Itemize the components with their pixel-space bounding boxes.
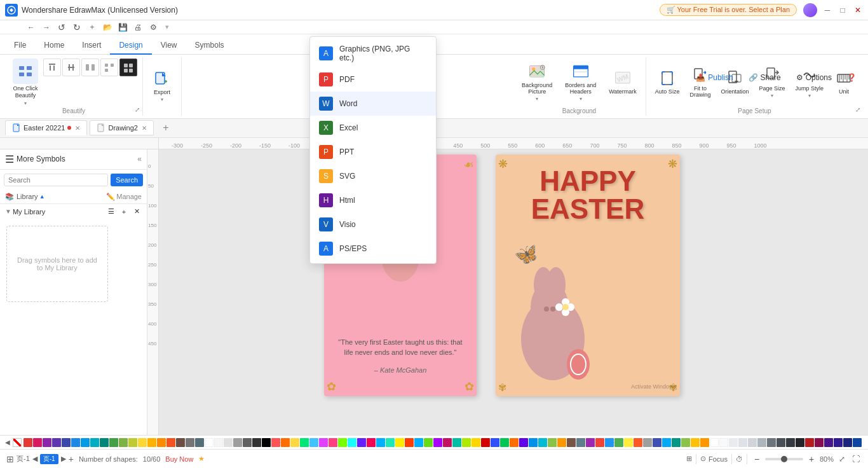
maximize-button[interactable]: □ — [837, 5, 848, 15]
color-swatch[interactable] — [624, 438, 633, 447]
manage-button[interactable]: ✏️ Manage — [106, 193, 142, 201]
align-top-button[interactable] — [43, 59, 61, 76]
color-swatch[interactable] — [290, 438, 299, 447]
color-swatch[interactable] — [338, 438, 347, 447]
color-swatch[interactable] — [195, 438, 204, 447]
auto-layout-button[interactable] — [100, 59, 118, 76]
publish-button[interactable]: 📤 Publish — [689, 71, 739, 84]
sidebar-collapse-button[interactable]: « — [137, 155, 142, 163]
new-button[interactable]: ＋ — [86, 22, 98, 33]
color-swatch[interactable] — [767, 438, 776, 447]
color-swatch[interactable] — [90, 438, 99, 447]
color-swatch[interactable] — [443, 438, 452, 447]
color-swatch[interactable] — [510, 438, 519, 447]
focus-button[interactable]: ⊙ Focus — [700, 455, 728, 463]
color-swatch[interactable] — [653, 438, 661, 447]
color-swatch[interactable] — [52, 438, 61, 447]
color-swatch[interactable] — [271, 438, 280, 447]
color-swatch[interactable] — [33, 438, 42, 447]
layers-button[interactable]: ⊞ — [686, 455, 692, 463]
share-button[interactable]: 🔗 Share — [742, 71, 787, 84]
color-swatch[interactable] — [462, 438, 471, 447]
one-click-beautify-button[interactable]: One ClickBeautify ▾ — [10, 57, 41, 107]
options-button[interactable]: ⚙ Options — [790, 71, 838, 84]
color-swatch[interactable] — [614, 438, 623, 447]
color-swatch[interactable] — [719, 438, 728, 447]
page-layout-icon[interactable]: ⊞ — [6, 454, 14, 464]
color-swatch[interactable] — [395, 438, 404, 447]
color-swatch[interactable] — [681, 438, 690, 447]
color-swatch[interactable] — [281, 438, 290, 447]
color-swatch[interactable] — [157, 438, 166, 447]
fullscreen-button[interactable]: ⛶ — [850, 453, 862, 465]
search-input[interactable] — [4, 174, 108, 186]
color-swatch[interactable] — [109, 438, 118, 447]
auto-size-button[interactable]: Auto Size — [651, 67, 684, 97]
color-swatch[interactable] — [538, 438, 547, 447]
color-swatch[interactable] — [252, 438, 261, 447]
settings-quick-button[interactable]: ⚙ — [147, 22, 159, 33]
borders-headers-button[interactable]: Borders andHeaders ▾ — [561, 60, 600, 104]
page-next-icon[interactable]: ▶ — [61, 455, 66, 463]
tab-drawing2[interactable]: Drawing2 ✕ — [90, 120, 153, 135]
timer-button[interactable]: ⏱ — [736, 455, 743, 463]
color-swatch[interactable] — [729, 438, 738, 447]
color-swatch[interactable] — [405, 438, 414, 447]
color-swatch[interactable] — [481, 438, 490, 447]
color-swatch[interactable] — [62, 438, 71, 447]
export-pseps-item[interactable]: A PS/EPS — [310, 237, 436, 261]
color-swatch[interactable] — [853, 438, 862, 447]
easter-card-right[interactable]: ❋ ❋ HAPPYEASTER — [496, 155, 680, 396]
user-avatar[interactable] — [803, 3, 817, 17]
color-swatch[interactable] — [738, 438, 747, 447]
color-swatch[interactable] — [166, 438, 175, 447]
color-swatch[interactable] — [691, 438, 700, 447]
print-button[interactable]: 🖨 — [132, 22, 144, 33]
color-swatch[interactable] — [786, 438, 795, 447]
export-graphics-item[interactable]: A Graphics (PNG, JPG etc.) — [310, 39, 436, 67]
buy-now-button[interactable]: Buy Now — [165, 455, 193, 463]
color-swatch[interactable] — [329, 438, 337, 447]
color-swatch[interactable] — [634, 438, 642, 447]
zoom-slider[interactable] — [765, 458, 803, 460]
color-swatch[interactable] — [757, 438, 766, 447]
tab-home[interactable]: Home — [35, 37, 73, 55]
my-library-close-button[interactable]: ✕ — [132, 207, 142, 217]
search-button[interactable]: Search — [111, 174, 143, 186]
color-swatch[interactable] — [452, 438, 461, 447]
tab-insert[interactable]: Insert — [73, 37, 110, 55]
color-swatch[interactable] — [205, 438, 214, 447]
color-swatch[interactable] — [710, 438, 719, 447]
color-swatch[interactable] — [672, 438, 681, 447]
color-swatch[interactable] — [557, 438, 566, 447]
color-swatch[interactable] — [100, 438, 109, 447]
export-svg-item[interactable]: S SVG — [310, 164, 436, 188]
color-swatch[interactable] — [567, 438, 576, 447]
color-swatch[interactable] — [586, 438, 595, 447]
canvas-area[interactable]: 0 50 100 150 200 250 300 350 400 450 ❧ ❧ — [147, 149, 868, 446]
page-setup-expand-button[interactable]: ⤢ — [855, 106, 860, 113]
color-swatch[interactable] — [357, 438, 366, 447]
tab-design[interactable]: Design — [110, 37, 151, 55]
color-swatch[interactable] — [805, 438, 814, 447]
tab-view[interactable]: View — [152, 37, 186, 55]
color-swatch[interactable] — [576, 438, 585, 447]
save-button[interactable]: 💾 — [117, 22, 128, 33]
color-swatch[interactable] — [519, 438, 528, 447]
close-button[interactable]: ✕ — [853, 5, 863, 15]
color-swatch[interactable] — [176, 438, 185, 447]
color-swatch[interactable] — [834, 438, 843, 447]
color-swatch[interactable] — [776, 438, 785, 447]
color-swatch[interactable] — [815, 438, 824, 447]
distribute-button[interactable] — [81, 59, 99, 76]
open-button[interactable]: 📂 — [102, 22, 113, 33]
color-swatch[interactable] — [224, 438, 233, 447]
add-page-icon[interactable]: + — [69, 454, 74, 464]
color-swatch[interactable] — [24, 438, 32, 447]
color-swatch[interactable] — [138, 438, 147, 447]
color-swatch[interactable] — [262, 438, 271, 447]
color-swatch[interactable] — [186, 438, 194, 447]
color-swatch[interactable] — [471, 438, 480, 447]
color-swatch[interactable] — [529, 438, 538, 447]
color-swatch[interactable] — [500, 438, 509, 447]
